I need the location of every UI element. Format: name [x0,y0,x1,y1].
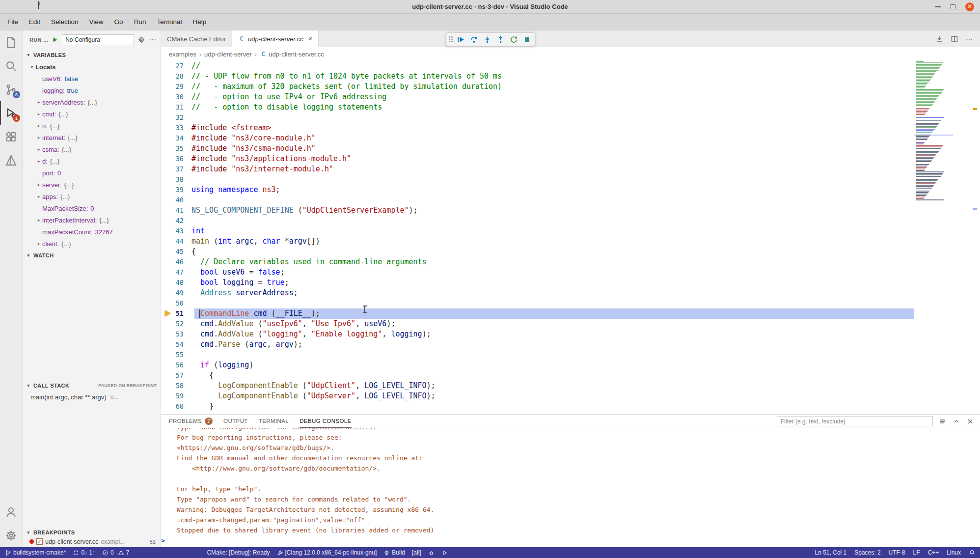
code-line[interactable]: 47 bool useV6 = false; [161,267,980,278]
gear-icon[interactable] [137,36,145,44]
code-line[interactable]: 57 { [161,370,980,381]
scope-locals[interactable]: ▾ Locals [23,61,161,73]
panel-tab-problems[interactable]: PROBLEMS7 [169,415,213,428]
variable-row[interactable]: useV6:false [23,73,161,84]
cmake-kit[interactable]: [Clang 12.0.0 x86_64-pc-linux-gnu] [277,549,377,556]
code-editor[interactable]: 27//28// - UDP flow from n0 to n1 of 102… [161,61,980,414]
code-line[interactable]: 27// [161,61,980,71]
menu-item-edit[interactable]: Edit [24,14,46,30]
cursor-position[interactable]: Ln 51, Col 1 [815,549,847,556]
tab-cmake-cache-editor[interactable]: CMake Cache Editor [161,30,232,47]
menu-item-selection[interactable]: Selection [46,14,84,30]
breakpoints-header[interactable]: ▾ BREAKPOINTS [23,528,161,537]
cmake-debug-button[interactable] [428,550,435,556]
menu-item-run[interactable]: Run [129,14,152,30]
os-indicator[interactable]: Linux [947,549,961,556]
more-actions-icon[interactable]: ⋯ [966,35,973,43]
code-line[interactable]: 46 // Declare variables used in command-… [161,257,980,267]
variable-row[interactable]: ▸csma:{...} [23,143,161,155]
code-line[interactable]: 51 CommandLine cmd (__FILE__); [161,308,980,319]
git-branch-indicator[interactable]: buildsystem-cmake* [5,549,66,556]
variable-row[interactable]: ▸cmd:{...} [23,108,161,120]
encoding-indicator[interactable]: UTF-8 [889,549,905,556]
debug-config-dropdown[interactable]: No Configura ▾ [62,34,134,45]
code-line[interactable]: 41NS_LOG_COMPONENT_DEFINE ("UdpClientSer… [161,205,980,216]
code-line[interactable]: 49 Address serverAddress; [161,288,980,298]
panel-tab-terminal[interactable]: TERMINAL [259,415,289,428]
sync-indicator[interactable]: 0↓ 1↑ [73,549,95,556]
menu-item-view[interactable]: View [84,14,109,30]
console-prompt[interactable]: > [161,535,980,546]
code-line[interactable]: 58 LogComponentEnable ("UdpClient", LOG_… [161,381,980,391]
code-line[interactable]: 36#include "ns3/applications-module.h" [161,154,980,164]
step-over-button[interactable] [468,33,480,45]
eol-indicator[interactable]: LF [913,549,920,556]
code-line[interactable]: 38 [161,174,980,185]
code-line[interactable]: 45{ [161,247,980,257]
close-panel-icon[interactable] [966,418,974,425]
menu-item-file[interactable]: File [2,14,24,30]
code-line[interactable]: 53 cmd.AddValue ("logging", "Enable logg… [161,329,980,339]
code-line[interactable]: 50 [161,298,980,308]
code-line[interactable]: 43int [161,226,980,236]
settings-gear-icon[interactable] [0,524,22,547]
code-line[interactable]: 52 cmd.AddValue ("useIpv6", "Use Ipv6", … [161,319,980,329]
menu-item-go[interactable]: Go [109,14,129,30]
explorer-icon[interactable] [0,30,22,54]
breadcrumb-item[interactable]: udp-client-server [204,51,252,58]
cmake-build-button[interactable]: Build [383,549,405,556]
code-line[interactable]: 28// - UDP flow from n0 to n1 of 1024 by… [161,71,980,82]
download-icon[interactable] [935,35,943,43]
run-and-debug-icon[interactable]: 1 [0,101,22,125]
variable-row[interactable]: MaxPacketSize:0 [23,202,161,214]
variable-row[interactable]: ▸interPacketInterval:{...} [23,214,161,226]
code-line[interactable]: 32 [161,112,980,123]
code-line[interactable]: 37#include "ns3/internet-module.h" [161,164,980,174]
variable-row[interactable]: ▸apps:{...} [23,191,161,202]
variable-row[interactable]: ▸server:{...} [23,179,161,191]
minimap[interactable] [914,61,953,414]
code-line[interactable]: 35#include "ns3/csma-module.h" [161,143,980,154]
variable-row[interactable]: ▸client:{...} [23,238,161,250]
variables-header[interactable]: ▾ VARIABLES [23,49,161,61]
variable-row[interactable]: port:0 [23,167,161,179]
search-icon[interactable] [0,54,22,78]
account-icon[interactable] [0,500,22,524]
panel-tab-output[interactable]: OUTPUT [223,415,248,428]
breadcrumb-item[interactable]: Cudp-client-server.cc [260,51,324,58]
panel-tab-debug-console[interactable]: DEBUG CONSOLE [299,415,352,428]
console-filter-input[interactable] [777,416,933,426]
variable-row[interactable]: logging:true [23,84,161,96]
code-line[interactable]: 42 [161,216,980,226]
tab-udp-client-server-cc[interactable]: Cudp-client-server.cc× [232,30,319,47]
problems-indicator[interactable]: 0 7 [102,549,129,556]
cmake-launch-button[interactable] [441,550,448,556]
variable-row[interactable]: ▸d:{...} [23,155,161,167]
variable-row[interactable]: ▸internet:{...} [23,132,161,143]
code-line[interactable]: 29// - maximum of 320 packets sent (or l… [161,82,980,92]
drag-handle[interactable] [448,35,453,44]
stack-frame-row[interactable]: main(int argc, char ** argv) u... [23,391,161,402]
variable-row[interactable]: ▸n:{...} [23,120,161,132]
code-line[interactable]: 48 bool logging = true; [161,278,980,288]
cmake-build-target[interactable]: [all] [412,549,421,556]
step-into-button[interactable] [481,33,493,45]
breadcrumb-item[interactable]: examples [169,51,196,58]
continue-button[interactable] [455,33,466,45]
notifications-bell[interactable] [969,550,975,556]
stop-button[interactable] [521,33,533,45]
debug-console-output[interactable]: Type "show configuration" for configurat… [161,428,980,547]
language-indicator[interactable]: C++ [928,549,939,556]
code-line[interactable]: 55 [161,350,980,360]
code-line[interactable]: 30// - option to use IPv4 or IPv6 addres… [161,92,980,102]
console-settings-icon[interactable] [939,418,947,425]
menu-item-help[interactable]: Help [187,14,212,30]
code-line[interactable]: 61 [161,412,980,414]
code-line[interactable]: 56 if (logging) [161,360,980,370]
cmake-status[interactable]: CMake: [Debug]: Ready [207,549,270,556]
variable-row[interactable]: ▸serverAddress:{...} [23,96,161,108]
code-line[interactable]: 33#include <fstream> [161,123,980,133]
start-debug-icon[interactable] [52,36,58,43]
code-line[interactable]: 44main (int argc, char *argv[]) [161,236,980,247]
extensions-icon[interactable] [0,125,22,148]
